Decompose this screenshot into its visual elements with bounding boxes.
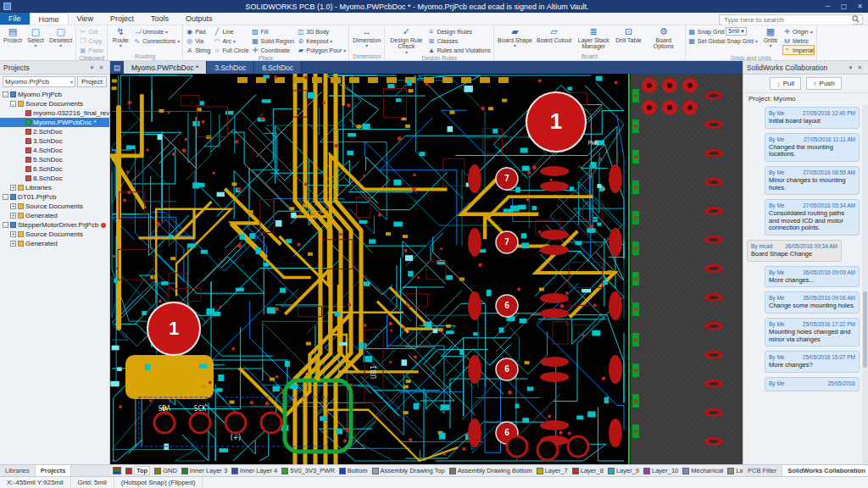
layer-tab-5v0-3v3-pwr[interactable]: 5V0_3V3_PWR bbox=[290, 467, 335, 474]
tree-item-myomo-032216-final-rev[interactable]: myomo-032216_final_rev bbox=[0, 108, 109, 118]
ribbon-pad[interactable]: ◉Pad bbox=[186, 27, 210, 36]
ribbon-cut[interactable]: ✂Cut bbox=[79, 27, 103, 36]
collapse-icon[interactable]: - bbox=[10, 101, 16, 107]
ribbon-board-cutout[interactable]: ▱Board Cutout bbox=[536, 26, 572, 43]
ribbon-route[interactable]: ↯Route▾ bbox=[110, 26, 131, 49]
ribbon-classes[interactable]: ⊞Classes bbox=[427, 36, 491, 45]
pull-button[interactable]: ↓ Pull bbox=[770, 77, 801, 90]
tree-item-source-documents[interactable]: -Source Documents bbox=[0, 99, 109, 108]
document-tab-3-schdoc[interactable]: 3.SchDoc bbox=[207, 61, 254, 74]
maximize-button[interactable]: ▢ bbox=[836, 3, 852, 10]
comment-card[interactable]: By Me27/05/2016 08:55 AMMinor changes to… bbox=[765, 166, 860, 195]
tree-item-generated[interactable]: +Generated bbox=[0, 211, 109, 220]
comment-card[interactable]: By mcad26/05/2016 09:34 AMBoard Shape Ch… bbox=[747, 240, 842, 262]
layer-tab-assembly-drawing-bottom[interactable]: Assembly Drawing Bottom bbox=[458, 467, 532, 474]
menu-tab-tools[interactable]: Tools bbox=[142, 13, 177, 25]
ribbon-deselect[interactable]: ▢Deselect▾ bbox=[48, 26, 73, 49]
layer-tab-layer-10[interactable]: Layer_10 bbox=[652, 467, 678, 474]
expand-icon[interactable]: + bbox=[10, 241, 16, 247]
layer-set-icon[interactable] bbox=[113, 467, 121, 474]
panel-tab-projects[interactable]: Projects bbox=[36, 465, 72, 476]
ribbon-board-shape[interactable]: ▰Board Shape▾ bbox=[497, 26, 533, 49]
ribbon-via[interactable]: ◎Via bbox=[186, 36, 210, 45]
layer-tab-gnd[interactable]: GND bbox=[163, 467, 177, 474]
layer-tab-inner-layer-4[interactable]: Inner Layer 4 bbox=[240, 467, 277, 474]
layer-color-chip-inner-layer-3[interactable] bbox=[181, 468, 188, 474]
ribbon-3d-body[interactable]: ◫3D Body bbox=[297, 27, 346, 36]
layer-color-chip-mechanical[interactable] bbox=[682, 468, 689, 474]
ribbon-fill[interactable]: ▨Fill bbox=[252, 27, 295, 36]
ribbon-string[interactable]: AString bbox=[186, 46, 210, 54]
tree-item-5-schdoc[interactable]: 5.SchDoc bbox=[0, 155, 109, 164]
menu-tab-view[interactable]: View bbox=[69, 13, 102, 25]
collapse-icon[interactable]: - bbox=[3, 92, 8, 97]
search-input[interactable] bbox=[722, 15, 852, 25]
ribbon-full-circle[interactable]: ○Full Circle bbox=[213, 46, 248, 54]
tree-item-dt01-prjpcb[interactable]: -DT01.PrjPcb bbox=[0, 192, 109, 202]
tree-item-4-schdoc[interactable]: 4.SchDoc bbox=[0, 146, 109, 155]
layer-color-chip-layer-20[interactable] bbox=[727, 468, 734, 474]
ribbon-origin[interactable]: ✛Origin▾ bbox=[783, 27, 814, 36]
comment-card[interactable]: By Me27/05/2016 05:34 AMConsolidated rou… bbox=[765, 199, 860, 236]
ribbon-set-global-snap-grid[interactable]: ▦Set Global Snap Grid▾ bbox=[688, 36, 758, 45]
comment-card[interactable]: By Me25/05/2016 bbox=[765, 377, 860, 391]
ribbon-select[interactable]: ▢Select▾ bbox=[25, 26, 46, 49]
comment-card[interactable]: By Me26/05/2016 09:06 AMChange some moun… bbox=[765, 291, 860, 313]
documents-icon[interactable]: ▤ bbox=[110, 61, 124, 74]
search-box[interactable] bbox=[719, 14, 863, 25]
tree-item-myomo-prjpcb[interactable]: -Myomo.PrjPcb bbox=[0, 90, 109, 99]
expand-icon[interactable]: + bbox=[10, 231, 16, 237]
collapse-icon[interactable]: - bbox=[3, 194, 8, 200]
layer-tab-assembly-drawing-top[interactable]: Assembly Drawing Top bbox=[381, 467, 445, 474]
layer-color-chip-layer-9[interactable] bbox=[608, 468, 615, 474]
ribbon-line[interactable]: ╱Line bbox=[213, 27, 248, 36]
panel-tab-libraries[interactable]: Libraries bbox=[0, 465, 36, 476]
layer-tab-mechanical[interactable]: Mechanical bbox=[691, 467, 723, 474]
panel-tab-solidworks-collaboration[interactable]: SolidWorks Collaboration bbox=[782, 465, 868, 476]
comment-card[interactable]: By Me27/05/2016 11:11 AMChanged the moun… bbox=[765, 133, 860, 162]
scrollbar-thumb[interactable] bbox=[863, 291, 867, 368]
ribbon-solid-region[interactable]: ▦Solid Region bbox=[252, 36, 295, 45]
layer-color-chip-inner-layer-4[interactable] bbox=[231, 468, 238, 474]
document-tab-myomo-pwpcbdoc[interactable]: Myomo.PWPcbDoc * bbox=[124, 61, 207, 74]
ribbon-layer-stack-manager[interactable]: ≣Layer Stack Manager bbox=[575, 26, 612, 50]
layer-color-chip-layer-10[interactable] bbox=[643, 468, 650, 474]
ribbon-keepout[interactable]: ⊘Keepout▾ bbox=[297, 36, 346, 45]
layer-tab-bottom[interactable]: Bottom bbox=[348, 467, 368, 474]
menu-tab-outputs[interactable]: Outputs bbox=[177, 13, 221, 25]
pcb-editor-canvas[interactable] bbox=[110, 74, 743, 464]
tree-item-libraries[interactable]: +Libraries bbox=[0, 183, 109, 192]
minimize-button[interactable]: ─ bbox=[820, 3, 836, 10]
expand-icon[interactable]: + bbox=[10, 203, 16, 209]
expand-icon[interactable]: + bbox=[10, 213, 16, 219]
collapse-icon[interactable]: - bbox=[3, 222, 8, 228]
ribbon-project[interactable]: ▤Project bbox=[3, 26, 23, 43]
snap-grid-combo[interactable]: 5mil ▾ bbox=[726, 27, 746, 36]
ribbon-drill-table[interactable]: ⊡Drill Table bbox=[615, 26, 643, 43]
project-selector-combo[interactable]: Myomo.PrjPcb ▾ bbox=[3, 76, 75, 87]
ribbon-coordinate[interactable]: ✛Coordinate bbox=[252, 46, 295, 54]
tree-item-2-schdoc[interactable]: 2.SchDoc bbox=[0, 127, 109, 136]
tree-item-source-documents[interactable]: +Source Documents bbox=[0, 230, 109, 239]
ribbon-snap-grid[interactable]: ▦Snap Grid5mil ▾ bbox=[688, 27, 758, 36]
ribbon-paste[interactable]: ▣Paste bbox=[79, 46, 103, 54]
panel-tab-pcb-filter[interactable]: PCB Filter bbox=[743, 465, 782, 476]
ribbon-dimension[interactable]: ↔Dimension▾ bbox=[352, 26, 381, 49]
tree-item-source-documents[interactable]: +Source Documents bbox=[0, 202, 109, 211]
layer-color-chip-5v0-3v3-pwr[interactable] bbox=[281, 468, 288, 474]
document-tab-6-schdoc[interactable]: 6.SchDoc bbox=[254, 61, 302, 74]
tree-item-steppermotordriver-prjpcb[interactable]: -StepperMotorDriver.PrjPcb bbox=[0, 220, 109, 230]
tree-item-myomo-pwpcbdoc[interactable]: Myomo.PWPcbDoc * bbox=[0, 118, 109, 127]
comment-card[interactable]: By Me25/05/2016 15:07 PMMore changes? bbox=[765, 351, 860, 373]
ribbon-imperial[interactable]: ″Imperial bbox=[783, 46, 814, 54]
close-button[interactable]: ✕ bbox=[852, 3, 868, 10]
layer-tab-layer-7[interactable]: Layer_7 bbox=[545, 467, 568, 474]
ribbon-arc[interactable]: ◠Arc▾ bbox=[213, 36, 248, 45]
ribbon-board-options[interactable]: ⚙Board Options bbox=[645, 26, 682, 50]
ribbon-design-rules[interactable]: ≡Design Rules bbox=[427, 27, 491, 36]
push-button[interactable]: ↑ Push bbox=[806, 77, 842, 90]
comment-card[interactable]: By Me27/05/2016 12:40 PMInitial board la… bbox=[765, 107, 860, 129]
ribbon-connections[interactable]: ∿Connections▾ bbox=[133, 36, 180, 45]
projects-panel-menu-icon[interactable]: ▾ bbox=[87, 64, 97, 71]
ribbon-unroute[interactable]: ↮Unroute▾ bbox=[133, 27, 180, 36]
